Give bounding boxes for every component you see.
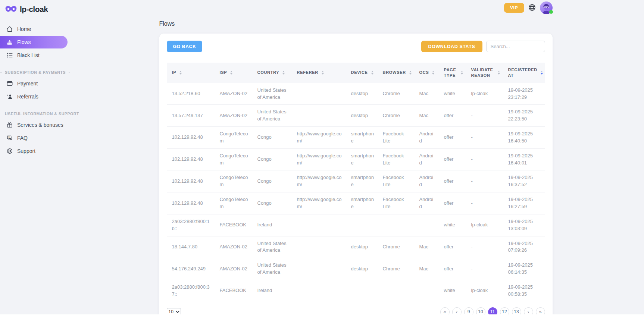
- table-row: 2a03:2880:f800:37::FACEBOOKIrelandwhitel…: [167, 280, 545, 301]
- table-cell: offer: [439, 258, 466, 280]
- column-header-referer[interactable]: REFERER: [292, 63, 346, 83]
- vip-button[interactable]: VIP: [504, 3, 524, 13]
- referrals-icon: [6, 93, 13, 100]
- page-title: Flows: [159, 0, 553, 27]
- table-cell: 19-09-2025 06:14:35: [503, 258, 545, 280]
- table-cell: Ireland: [252, 280, 292, 301]
- table-cell: 19-09-2025 16:40:50: [503, 127, 545, 149]
- table-cell: [378, 214, 414, 236]
- table-cell: white: [439, 83, 466, 105]
- column-header-validate-reason[interactable]: VALIDATE REASON: [466, 63, 503, 83]
- column-header-page-type[interactable]: PAGE TYPE: [439, 63, 466, 83]
- sort-arrows-icon: [498, 71, 500, 75]
- column-header-browser[interactable]: BROWSER: [378, 63, 414, 83]
- table-row: 54.176.249.249AMAZON-02United States of …: [167, 258, 545, 280]
- table-cell: offer: [439, 192, 466, 214]
- sidebar: lp-cloak HomeFlowsBlack ListSUBSCRIPTION…: [0, 0, 68, 317]
- table-cell: [346, 280, 378, 301]
- table-cell: -: [466, 258, 503, 280]
- payment-icon: [6, 80, 13, 87]
- table-cell: Android: [414, 127, 439, 149]
- table-cell: Android: [414, 148, 439, 170]
- table-cell: Facebook Lite: [378, 127, 414, 149]
- table-cell: 102.129.92.48: [167, 148, 215, 170]
- download-stats-button[interactable]: DOWNLOAD STATS: [421, 41, 482, 52]
- table-cell: Chrome: [378, 83, 414, 105]
- table-cell: lp-cloak: [466, 280, 503, 301]
- table-cell: offer: [439, 236, 466, 258]
- sidebar-item-label: Services & bonuses: [17, 122, 63, 128]
- table-row: 18.144.7.80AMAZON-02United States of Ame…: [167, 236, 545, 258]
- sidebar-item-services-bonuses[interactable]: Services & bonuses: [0, 119, 68, 131]
- table-cell: 13.52.218.60: [167, 83, 215, 105]
- column-label: IP: [172, 70, 176, 75]
- language-globe-icon[interactable]: [528, 3, 537, 12]
- table-cell: [292, 236, 346, 258]
- column-label: BROWSER: [383, 70, 406, 75]
- table-cell: United States of America: [252, 258, 292, 280]
- search-input[interactable]: [486, 41, 545, 52]
- table-cell: 54.176.249.249: [167, 258, 215, 280]
- table-cell: [414, 214, 439, 236]
- sidebar-item-payment[interactable]: Payment: [0, 77, 68, 90]
- column-header-ip[interactable]: IP: [167, 63, 215, 83]
- sidebar-item-label: Referrals: [17, 94, 38, 100]
- column-header-isp[interactable]: ISP: [215, 63, 252, 83]
- table-cell: Android: [414, 192, 439, 214]
- table-cell: Mac: [414, 236, 439, 258]
- blacklist-icon: [6, 52, 13, 59]
- sidebar-item-support[interactable]: Support: [0, 145, 68, 157]
- table-cell: FACEBOOK: [215, 280, 252, 301]
- table-cell: CongoTelecom: [215, 148, 252, 170]
- table-cell: Facebook Lite: [378, 170, 414, 192]
- table-cell: United States of America: [252, 83, 292, 105]
- table-header-row: IPISPCOUNTRYREFERERDEVICEBROWSEROCSPAGE …: [167, 63, 545, 83]
- brand-logo[interactable]: lp-cloak: [0, 0, 68, 14]
- column-label: ISP: [220, 70, 227, 75]
- table-cell: [292, 280, 346, 301]
- sidebar-item-faq[interactable]: ?!FAQ: [0, 132, 68, 144]
- sidebar-item-black-list[interactable]: Black List: [0, 49, 68, 62]
- sidebar-item-label: Support: [17, 148, 35, 154]
- table-cell: http://www.google.com/: [292, 148, 346, 170]
- table-cell: Facebook Lite: [378, 148, 414, 170]
- table-cell: AMAZON-02: [215, 258, 252, 280]
- table-cell: 13.57.249.137: [167, 105, 215, 127]
- avatar[interactable]: [540, 1, 553, 14]
- column-header-device[interactable]: DEVICE: [346, 63, 378, 83]
- table-cell: 19-09-2025 13:03:09: [503, 214, 545, 236]
- sidebar-item-home[interactable]: Home: [0, 23, 68, 35]
- sidebar-item-label: Payment: [17, 81, 38, 87]
- table-row: 102.129.92.48CongoTelecomCongohttp://www…: [167, 192, 545, 214]
- table-cell: 19-09-2025 07:09:26: [503, 236, 545, 258]
- table-cell: 19-09-2025 16:37:52: [503, 170, 545, 192]
- table-cell: Congo: [252, 192, 292, 214]
- faq-icon: ?!: [6, 135, 13, 141]
- flows-table: IPISPCOUNTRYREFERERDEVICEBROWSEROCSPAGE …: [167, 63, 545, 302]
- table-cell: 19-09-2025 23:17:29: [503, 83, 545, 105]
- column-header-country[interactable]: COUNTRY: [252, 63, 292, 83]
- table-cell: lp-cloak: [466, 214, 503, 236]
- column-label: OCS: [419, 70, 429, 75]
- home-icon: [6, 26, 13, 32]
- table-row: 13.57.249.137AMAZON-02United States of A…: [167, 105, 545, 127]
- flows-card: GO BACK DOWNLOAD STATS IPISPCOUNTRYREFER…: [159, 34, 553, 317]
- table-cell: CongoTelecom: [215, 170, 252, 192]
- table-cell: lp-cloak: [466, 83, 503, 105]
- sidebar-item-referrals[interactable]: Referrals: [0, 90, 68, 103]
- column-header-ocs[interactable]: OCS: [414, 63, 439, 83]
- table-cell: Facebook Lite: [378, 192, 414, 214]
- table-cell: United States of America: [252, 236, 292, 258]
- table-cell: [292, 83, 346, 105]
- topbar: VIP: [504, 1, 553, 14]
- sidebar-item-flows[interactable]: Flows: [0, 36, 68, 48]
- column-header-registered-at[interactable]: REGISTERED AT: [503, 63, 545, 83]
- bottom-strip: [0, 314, 644, 317]
- sidebar-item-label: Black List: [17, 52, 40, 58]
- go-back-button[interactable]: GO BACK: [167, 41, 203, 52]
- table-cell: United States of America: [252, 105, 292, 127]
- table-cell: Mac: [414, 83, 439, 105]
- sort-arrows-icon: [322, 71, 324, 75]
- column-label: COUNTRY: [257, 70, 279, 75]
- table-cell: 102.129.92.48: [167, 192, 215, 214]
